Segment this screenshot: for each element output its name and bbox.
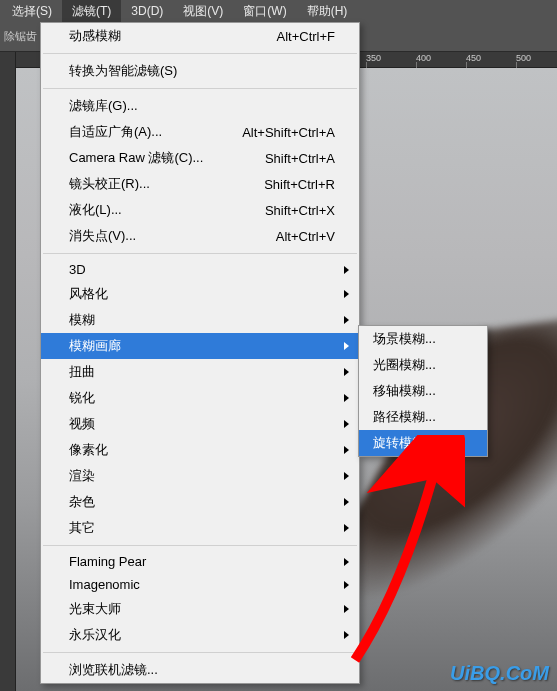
menu-item-label: 液化(L)...: [69, 201, 122, 219]
menu-item-label: 镜头校正(R)...: [69, 175, 150, 193]
menu-item[interactable]: 模糊画廊: [41, 333, 359, 359]
menu-item[interactable]: 自适应广角(A)...Alt+Shift+Ctrl+A: [41, 119, 359, 145]
menu-item-label: 3D: [69, 262, 86, 277]
ruler-tick: 400: [416, 53, 431, 63]
menu-item[interactable]: 永乐汉化: [41, 622, 359, 648]
menu-item[interactable]: 其它: [41, 515, 359, 541]
menu-item-label: 杂色: [69, 493, 95, 511]
menu-item[interactable]: Imagenomic: [41, 573, 359, 596]
menu-item-label: 光束大师: [69, 600, 121, 618]
chevron-right-icon: [344, 394, 349, 402]
menu-item-label: 视频: [69, 415, 95, 433]
menu-item-label: 浏览联机滤镜...: [69, 661, 158, 679]
submenu-item[interactable]: 旋转模糊...: [359, 430, 487, 456]
menu-filter[interactable]: 滤镜(T): [62, 0, 121, 23]
menu-item-shortcut: Shift+Ctrl+A: [265, 151, 335, 166]
menu-item[interactable]: Flaming Pear: [41, 550, 359, 573]
filter-menu-dropdown: 动感模糊Alt+Ctrl+F转换为智能滤镜(S)滤镜库(G)...自适应广角(A…: [40, 22, 360, 684]
chevron-right-icon: [344, 524, 349, 532]
menu-item-label: 转换为智能滤镜(S): [69, 62, 177, 80]
menu-item-label: Flaming Pear: [69, 554, 146, 569]
chevron-right-icon: [344, 290, 349, 298]
chevron-right-icon: [344, 631, 349, 639]
ruler-vertical: [0, 52, 16, 691]
menu-item[interactable]: 视频: [41, 411, 359, 437]
menu-separator: [43, 253, 357, 254]
chevron-right-icon: [344, 420, 349, 428]
menu-separator: [43, 545, 357, 546]
chevron-right-icon: [344, 342, 349, 350]
menu-item[interactable]: 动感模糊Alt+Ctrl+F: [41, 23, 359, 49]
menu-item[interactable]: 杂色: [41, 489, 359, 515]
menu-separator: [43, 652, 357, 653]
menu-separator: [43, 53, 357, 54]
ruler-tick: 500: [516, 53, 531, 63]
menu-item[interactable]: 扭曲: [41, 359, 359, 385]
menu-select[interactable]: 选择(S): [2, 0, 62, 23]
ruler-tick: 350: [366, 53, 381, 63]
blur-gallery-submenu: 场景模糊...光圈模糊...移轴模糊...路径模糊...旋转模糊...: [358, 325, 488, 457]
chevron-right-icon: [344, 472, 349, 480]
menu-item[interactable]: Camera Raw 滤镜(C)...Shift+Ctrl+A: [41, 145, 359, 171]
chevron-right-icon: [344, 266, 349, 274]
menu-help[interactable]: 帮助(H): [297, 0, 358, 23]
menu-item-label: 渲染: [69, 467, 95, 485]
chevron-right-icon: [344, 368, 349, 376]
menu-item[interactable]: 模糊: [41, 307, 359, 333]
watermark: UiBQ.CoM: [450, 662, 549, 685]
ruler-tick: 450: [466, 53, 481, 63]
menu-item-label: 模糊: [69, 311, 95, 329]
menu-item-label: 扭曲: [69, 363, 95, 381]
menu-item[interactable]: 镜头校正(R)...Shift+Ctrl+R: [41, 171, 359, 197]
menu-item-label: Imagenomic: [69, 577, 140, 592]
toolbar-label: 除锯齿: [4, 29, 37, 44]
menu-item-label: 风格化: [69, 285, 108, 303]
chevron-right-icon: [344, 558, 349, 566]
menu-item[interactable]: 风格化: [41, 281, 359, 307]
menu-item-shortcut: Alt+Shift+Ctrl+A: [242, 125, 335, 140]
menu-item-label: 锐化: [69, 389, 95, 407]
menubar: 选择(S) 滤镜(T) 3D(D) 视图(V) 窗口(W) 帮助(H): [0, 0, 557, 22]
menu-item[interactable]: 浏览联机滤镜...: [41, 657, 359, 683]
menu-item-label: 像素化: [69, 441, 108, 459]
chevron-right-icon: [344, 446, 349, 454]
submenu-item[interactable]: 光圈模糊...: [359, 352, 487, 378]
menu-item-label: 永乐汉化: [69, 626, 121, 644]
menu-item[interactable]: 滤镜库(G)...: [41, 93, 359, 119]
menu-item-shortcut: Alt+Ctrl+V: [276, 229, 335, 244]
menu-item[interactable]: 液化(L)...Shift+Ctrl+X: [41, 197, 359, 223]
menu-item[interactable]: 光束大师: [41, 596, 359, 622]
menu-item[interactable]: 消失点(V)...Alt+Ctrl+V: [41, 223, 359, 249]
menu-item-label: 其它: [69, 519, 95, 537]
chevron-right-icon: [344, 581, 349, 589]
menu-item-shortcut: Shift+Ctrl+X: [265, 203, 335, 218]
menu-window[interactable]: 窗口(W): [233, 0, 296, 23]
menu-item-label: 自适应广角(A)...: [69, 123, 162, 141]
menu-item-label: 消失点(V)...: [69, 227, 136, 245]
menu-3d[interactable]: 3D(D): [121, 1, 173, 21]
menu-item-shortcut: Shift+Ctrl+R: [264, 177, 335, 192]
menu-item[interactable]: 像素化: [41, 437, 359, 463]
submenu-item[interactable]: 路径模糊...: [359, 404, 487, 430]
menu-item[interactable]: 转换为智能滤镜(S): [41, 58, 359, 84]
menu-separator: [43, 88, 357, 89]
menu-item-label: 模糊画廊: [69, 337, 121, 355]
menu-item[interactable]: 3D: [41, 258, 359, 281]
menu-item-label: 滤镜库(G)...: [69, 97, 138, 115]
menu-item[interactable]: 渲染: [41, 463, 359, 489]
menu-view[interactable]: 视图(V): [173, 0, 233, 23]
chevron-right-icon: [344, 316, 349, 324]
submenu-item[interactable]: 场景模糊...: [359, 326, 487, 352]
submenu-item[interactable]: 移轴模糊...: [359, 378, 487, 404]
menu-item-shortcut: Alt+Ctrl+F: [276, 29, 335, 44]
chevron-right-icon: [344, 498, 349, 506]
chevron-right-icon: [344, 605, 349, 613]
menu-item[interactable]: 锐化: [41, 385, 359, 411]
menu-item-label: 动感模糊: [69, 27, 121, 45]
menu-item-label: Camera Raw 滤镜(C)...: [69, 149, 203, 167]
